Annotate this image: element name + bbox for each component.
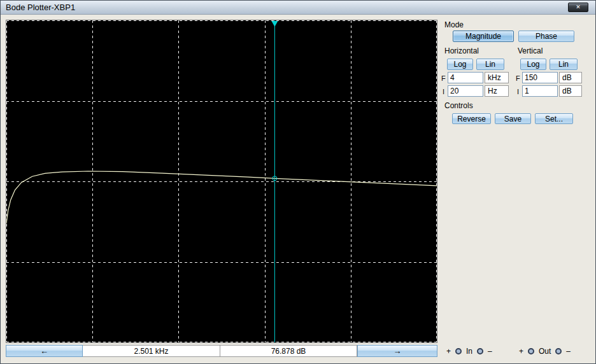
horizontal-i-unit: Hz [485,85,509,97]
scroll-left-button[interactable]: ← [6,345,83,357]
in-minus-terminal[interactable] [477,348,483,354]
cursor-scroll-strip: ← 2.501 kHz 76.878 dB → [6,345,437,357]
bode-plotter-window: Bode Plotter-XBP1 ✕ ← 2.501 kHz 76.878 d… [0,0,596,364]
left-arrow-icon: ← [40,346,48,356]
in-terminal-group: + In – [446,347,492,356]
vertical-group-label: Vertical [518,46,543,55]
vertical-i-unit: dB [559,85,582,97]
phase-button[interactable]: Phase [518,31,574,42]
right-arrow-icon: → [394,346,402,356]
vertical-log-button[interactable]: Log [520,59,546,70]
horizontal-f-input[interactable] [448,72,483,83]
vertical-f-label: F [516,74,520,82]
in-plus-label: + [446,347,451,356]
out-terminal-group: + Out – [519,347,571,356]
vertical-f-input[interactable] [522,72,558,83]
vertical-lin-button[interactable]: Lin [550,59,578,70]
save-button[interactable]: Save [495,113,531,124]
in-plus-terminal[interactable] [455,348,462,354]
cursor-value-readout: 76.878 dB [220,345,357,357]
out-plus-terminal[interactable] [528,348,534,354]
horizontal-lin-button[interactable]: Lin [476,59,504,70]
out-minus-label: – [566,347,571,356]
set-button[interactable]: Set... [535,113,573,124]
title-bar[interactable]: Bode Plotter-XBP1 ✕ [1,1,595,15]
vertical-i-label: I [517,88,519,95]
vertical-i-input[interactable] [522,85,558,97]
out-label: Out [539,347,551,356]
controls-group-label: Controls [444,101,473,110]
horizontal-group-label: Horizontal [444,46,479,55]
horizontal-i-input[interactable] [448,85,483,97]
window-title: Bode Plotter-XBP1 [6,3,75,12]
horizontal-f-label: F [441,74,446,82]
bode-plot-area[interactable] [6,20,437,343]
horizontal-log-button[interactable]: Log [447,59,473,70]
reverse-button[interactable]: Reverse [452,113,491,124]
out-minus-terminal[interactable] [555,348,562,354]
mode-group-label: Mode [444,20,464,29]
in-minus-label: – [488,347,492,356]
horizontal-i-label: I [443,88,444,95]
in-label: In [466,347,472,356]
magnitude-button[interactable]: Magnitude [453,31,514,42]
out-plus-label: + [519,347,523,356]
close-button[interactable]: ✕ [568,3,588,12]
scroll-right-button[interactable]: → [357,345,437,357]
bode-plot-svg [6,20,437,342]
cursor-frequency-readout: 2.501 kHz [83,345,220,357]
vertical-f-unit: dB [559,72,582,83]
horizontal-f-unit: kHz [485,72,509,83]
